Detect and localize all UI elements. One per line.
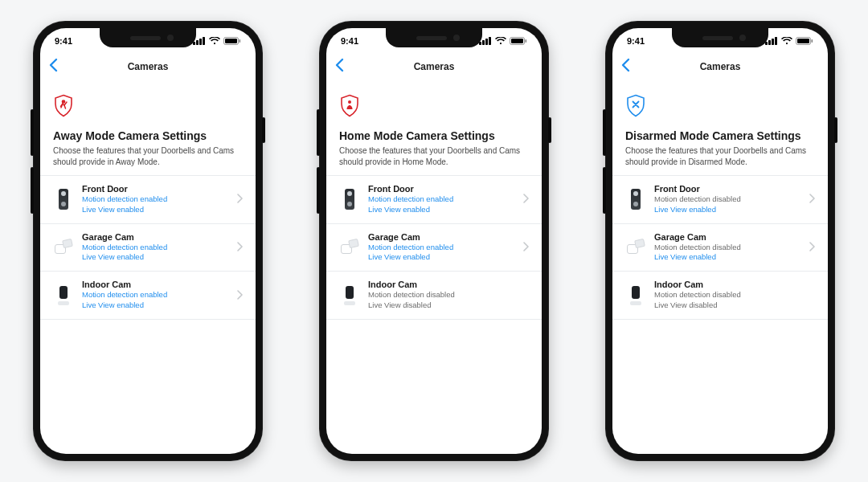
chevron-left-icon	[620, 58, 632, 76]
device-thumbnail	[625, 186, 646, 213]
device-row-body: Garage CamMotion detection enabledLive V…	[368, 232, 515, 263]
device-name: Indoor Cam	[368, 280, 529, 289]
indoor-cam-icon	[58, 286, 69, 305]
wifi-icon	[209, 37, 220, 45]
away-mode-shield-icon	[53, 94, 243, 121]
status-right	[479, 37, 527, 45]
notch	[100, 28, 196, 47]
indoor-cam-icon	[630, 286, 641, 305]
chevron-left-icon	[334, 58, 346, 76]
device-list: Front DoorMotion detection disabledLive …	[612, 175, 828, 320]
svg-rect-2	[199, 39, 202, 45]
nav-bar: Cameras	[612, 54, 828, 80]
section-subtitle: Choose the features that your Doorbells …	[53, 145, 243, 167]
live-view-status: Live View disabled	[368, 300, 529, 311]
live-view-status: Live View enabled	[82, 205, 229, 215]
status-right	[765, 37, 813, 45]
motion-detection-status: Motion detection disabled	[654, 243, 801, 253]
battery-icon	[796, 37, 813, 45]
doorbell-icon	[631, 189, 641, 210]
device-row[interactable]: Indoor CamMotion detection disabledLive …	[326, 272, 542, 320]
svg-rect-13	[511, 39, 523, 43]
chevron-left-icon	[48, 58, 59, 76]
section-title: Disarmed Mode Camera Settings	[625, 129, 815, 142]
content: Disarmed Mode Camera SettingsChoose the …	[612, 80, 828, 320]
motion-detection-status: Motion detection disabled	[654, 290, 815, 300]
screen: 9:41CamerasHome Mode Camera SettingsChoo…	[326, 28, 542, 454]
home-mode-shield-icon	[339, 94, 529, 121]
svg-point-15	[348, 100, 351, 104]
svg-rect-11	[489, 37, 491, 45]
device-thumbnail	[625, 282, 646, 309]
svg-rect-21	[797, 39, 809, 43]
nav-title: Cameras	[128, 61, 169, 72]
doorbell-icon	[59, 189, 68, 210]
nav-title: Cameras	[414, 61, 455, 72]
device-name: Garage Cam	[82, 232, 229, 242]
motion-detection-status: Motion detection disabled	[654, 194, 801, 205]
device-thumbnail	[339, 186, 360, 213]
device-thumbnail	[53, 234, 74, 261]
motion-detection-status: Motion detection enabled	[82, 243, 229, 253]
device-row[interactable]: Indoor CamMotion detection enabledLive V…	[40, 272, 256, 320]
svg-rect-5	[225, 39, 237, 43]
nav-bar: Cameras	[40, 54, 256, 80]
device-row[interactable]: Indoor CamMotion detection disabledLive …	[612, 272, 828, 320]
svg-rect-3	[203, 37, 205, 45]
device-row[interactable]: Front DoorMotion detection enabledLive V…	[40, 176, 256, 224]
device-thumbnail	[53, 282, 74, 309]
device-row[interactable]: Front DoorMotion detection enabledLive V…	[326, 176, 542, 224]
device-name: Garage Cam	[654, 232, 801, 242]
device-thumbnail	[339, 234, 360, 261]
doorbell-icon	[345, 189, 354, 210]
section-title: Home Mode Camera Settings	[339, 129, 529, 142]
status-right	[193, 37, 241, 45]
device-row-body: Garage CamMotion detection disabledLive …	[654, 232, 801, 263]
spotlight-cam-icon	[341, 239, 358, 255]
device-name: Indoor Cam	[82, 280, 229, 289]
spotlight-cam-icon	[55, 239, 72, 255]
section-subtitle: Choose the features that your Doorbells …	[339, 145, 529, 167]
device-name: Front Door	[82, 184, 229, 194]
wifi-icon	[781, 37, 792, 45]
chevron-right-icon	[237, 240, 243, 255]
device-row[interactable]: Garage CamMotion detection disabledLive …	[612, 224, 828, 272]
device-row-body: Front DoorMotion detection enabledLive V…	[368, 184, 515, 215]
device-row-body: Front DoorMotion detection disabledLive …	[654, 184, 801, 215]
live-view-status: Live View enabled	[654, 252, 801, 263]
back-button[interactable]	[334, 58, 346, 76]
svg-rect-14	[526, 39, 527, 43]
section-title: Away Mode Camera Settings	[53, 129, 243, 142]
live-view-status: Live View enabled	[368, 252, 515, 263]
device-name: Garage Cam	[368, 232, 515, 242]
device-row-body: Garage CamMotion detection enabledLive V…	[82, 232, 229, 263]
device-row-body: Front DoorMotion detection enabledLive V…	[82, 184, 229, 215]
device-row-body: Indoor CamMotion detection enabledLive V…	[82, 280, 229, 311]
device-row[interactable]: Garage CamMotion detection enabledLive V…	[326, 224, 542, 272]
svg-point-7	[62, 100, 64, 103]
svg-rect-19	[775, 37, 777, 45]
motion-detection-status: Motion detection enabled	[82, 290, 229, 300]
live-view-status: Live View enabled	[368, 205, 515, 215]
section-subtitle: Choose the features that your Doorbells …	[625, 145, 815, 167]
notch	[672, 28, 768, 47]
svg-rect-22	[812, 39, 813, 43]
device-row[interactable]: Garage CamMotion detection enabledLive V…	[40, 224, 256, 272]
device-name: Front Door	[368, 184, 515, 194]
device-thumbnail	[339, 282, 360, 309]
phone-frame: 9:41CamerasHome Mode Camera SettingsChoo…	[319, 21, 549, 461]
chevron-right-icon	[237, 192, 243, 206]
device-row[interactable]: Front DoorMotion detection disabledLive …	[612, 176, 828, 224]
motion-detection-status: Motion detection disabled	[368, 290, 529, 300]
chevron-right-icon	[523, 240, 529, 255]
wifi-icon	[495, 37, 506, 45]
content: Away Mode Camera SettingsChoose the feat…	[40, 80, 256, 320]
device-name: Front Door	[654, 184, 801, 194]
svg-rect-9	[482, 40, 485, 45]
nav-title: Cameras	[700, 61, 741, 72]
device-list: Front DoorMotion detection enabledLive V…	[40, 175, 256, 320]
phone-frame: 9:41CamerasAway Mode Camera SettingsChoo…	[33, 21, 263, 461]
live-view-status: Live View enabled	[82, 252, 229, 263]
back-button[interactable]	[48, 58, 59, 76]
back-button[interactable]	[620, 58, 632, 76]
